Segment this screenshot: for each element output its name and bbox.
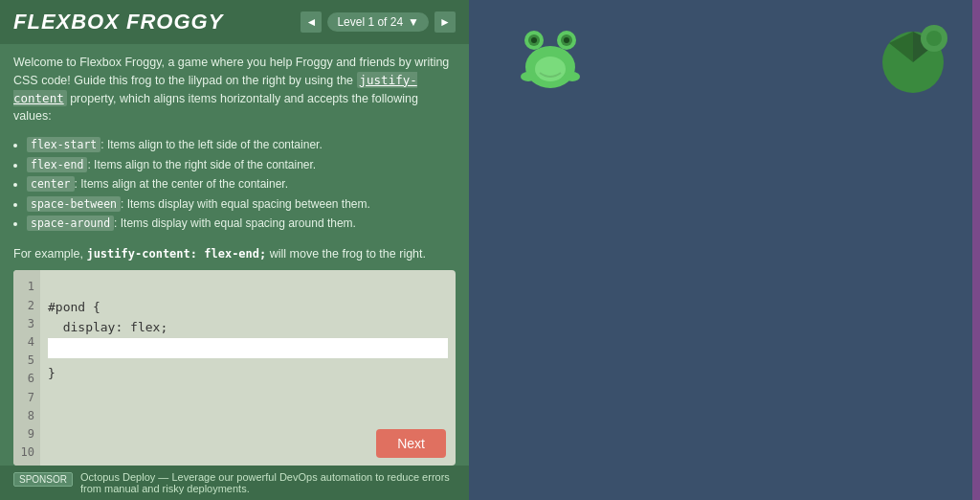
line-num: 7 xyxy=(28,389,34,407)
dropdown-arrow-icon: ▼ xyxy=(408,15,419,29)
example-text: For example, justify-content: flex-end; … xyxy=(0,239,469,271)
line-num: 2 xyxy=(28,297,34,315)
line-num: 4 xyxy=(28,333,34,352)
flex-start-tag: flex-start xyxy=(27,137,100,152)
next-button[interactable]: Next xyxy=(376,429,446,458)
line-num: 10 xyxy=(21,443,34,462)
left-panel: FLEXBOX FROGGY ◄ Level 1 of 24 ▼ ► Welco… xyxy=(0,0,469,500)
header: FLEXBOX FROGGY ◄ Level 1 of 24 ▼ ► xyxy=(0,0,469,44)
example-suffix: will move the frog to the right. xyxy=(266,247,426,261)
line-num: 3 xyxy=(28,315,34,333)
line-num: 9 xyxy=(28,425,34,443)
svg-point-12 xyxy=(926,31,942,46)
list-item: space-around: Items display with equal s… xyxy=(27,214,456,234)
level-text: Level 1 of 24 xyxy=(337,15,403,29)
svg-point-9 xyxy=(535,57,566,81)
list-item: flex-end: Items align to the right side … xyxy=(27,155,456,175)
example-prefix: For example, xyxy=(13,247,86,261)
svg-point-7 xyxy=(521,72,536,81)
description-outro: property, which aligns items horizontall… xyxy=(13,92,418,124)
line-numbers: 1 2 3 4 5 6 7 8 9 10 xyxy=(13,270,40,466)
next-level-button[interactable]: ► xyxy=(434,11,456,33)
sponsor-badge: SPONSOR xyxy=(13,472,73,487)
line-num: 8 xyxy=(28,407,34,425)
prev-level-button[interactable]: ◄ xyxy=(301,11,322,33)
flex-end-desc: : Items align to the right side of the c… xyxy=(87,158,316,171)
line-num: 6 xyxy=(28,370,34,388)
sponsor-text: Octopus Deploy — Leverage our powerful D… xyxy=(80,471,456,494)
logo: FLEXBOX FROGGY xyxy=(13,10,223,34)
code-line-3-cursor[interactable] xyxy=(48,338,448,358)
list-item: center: Items align at the center of the… xyxy=(27,174,456,194)
space-around-tag: space-around xyxy=(27,216,114,231)
code-line-2: display: flex; xyxy=(48,320,167,334)
example-code: justify-content: flex-end; xyxy=(86,247,266,261)
code-line-1: #pond { xyxy=(48,300,100,314)
space-around-desc: : Items display with equal spacing aroun… xyxy=(114,216,356,230)
pond-area xyxy=(469,0,980,500)
svg-point-4 xyxy=(531,37,537,43)
level-indicator[interactable]: Level 1 of 24 ▼ xyxy=(327,12,429,32)
code-editor: 1 2 3 4 5 6 7 8 9 10 #pond { display: fl… xyxy=(13,270,456,466)
svg-point-8 xyxy=(565,72,580,81)
svg-point-5 xyxy=(564,37,569,43)
center-desc: : Items align at the center of the conta… xyxy=(75,177,288,191)
space-between-tag: space-between xyxy=(27,196,121,212)
description-text: Welcome to Flexbox Froggy, a game where … xyxy=(0,44,469,131)
list-item: space-between: Items display with equal … xyxy=(27,194,456,215)
code-line-4: } xyxy=(48,366,56,380)
level-nav: ◄ Level 1 of 24 ▼ ► xyxy=(301,11,456,33)
flex-end-tag: flex-end xyxy=(27,157,87,172)
list-item: flex-start: Items align to the left side… xyxy=(27,135,456,155)
lilypad xyxy=(875,19,951,96)
line-num: 5 xyxy=(28,352,34,370)
sponsor-bar: SPONSOR Octopus Deploy — Leverage our po… xyxy=(0,466,469,500)
line-num: 1 xyxy=(28,278,34,296)
center-tag: center xyxy=(27,176,75,192)
flex-start-desc: : Items align to the left side of the co… xyxy=(100,138,322,151)
space-between-desc: : Items display with equal spacing betwe… xyxy=(121,197,370,211)
frog xyxy=(517,27,584,94)
values-list: flex-start: Items align to the left side… xyxy=(0,131,469,239)
